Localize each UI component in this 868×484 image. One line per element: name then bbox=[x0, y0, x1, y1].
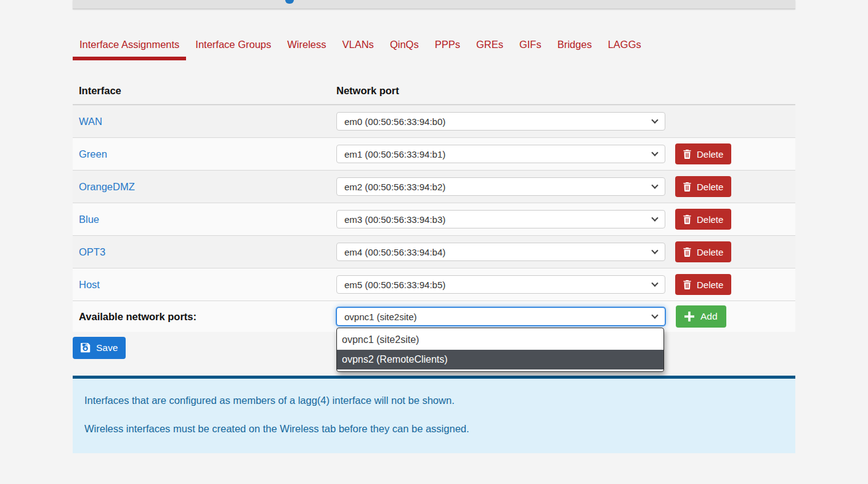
delete-button-orangedmz[interactable]: Delete bbox=[675, 176, 731, 197]
tab-gifs[interactable]: GIFs bbox=[513, 39, 548, 60]
interface-link-host[interactable]: Host bbox=[79, 279, 100, 290]
save-button[interactable]: Save bbox=[73, 337, 126, 359]
network-port-select-green[interactable]: em1 (00:50:56:33:94:b1) bbox=[336, 145, 665, 163]
trash-icon bbox=[683, 150, 691, 159]
alert-line-wireless: Wireless interfaces must be created on t… bbox=[84, 423, 784, 435]
interface-assignments-table: Interface Network port WAN em0 (00:50:56… bbox=[73, 85, 795, 332]
network-port-select-wan[interactable]: em0 (00:50:56:33:94:b0) bbox=[336, 112, 665, 131]
interfaces-tab-bar: Interface Assignments Interface Groups W… bbox=[73, 39, 795, 60]
column-header-interface: Interface bbox=[79, 85, 336, 97]
add-button-label: Add bbox=[700, 311, 718, 322]
table-row-opt3: OPT3 em4 (00:50:56:33:94:b4) Delete bbox=[73, 236, 795, 268]
delete-button-label: Delete bbox=[697, 280, 723, 290]
dropdown-option-ovpns2[interactable]: ovpns2 (RemoteClients) bbox=[337, 350, 663, 369]
available-ports-select[interactable]: ovpnc1 (site2site) bbox=[336, 307, 665, 326]
delete-button-label: Delete bbox=[697, 247, 723, 257]
info-alert: Interfaces that are configured as member… bbox=[73, 376, 795, 453]
table-header-row: Interface Network port bbox=[73, 85, 795, 105]
tab-gres[interactable]: GREs bbox=[469, 39, 510, 60]
interface-link-green[interactable]: Green bbox=[79, 148, 107, 159]
tab-ppps[interactable]: PPPs bbox=[428, 39, 467, 60]
network-port-select-orangedmz[interactable]: em2 (00:50:56:33:94:b2) bbox=[336, 177, 665, 196]
table-row-wan: WAN em0 (00:50:56:33:94:b0) bbox=[73, 105, 795, 138]
page-content: Interface Assignments Interface Groups W… bbox=[73, 0, 795, 453]
network-port-select-opt3[interactable]: em4 (00:50:56:33:94:b4) bbox=[336, 243, 665, 261]
tab-qinqs[interactable]: QinQs bbox=[383, 39, 426, 60]
interface-link-opt3[interactable]: OPT3 bbox=[79, 246, 105, 257]
delete-button-blue[interactable]: Delete bbox=[675, 209, 731, 230]
table-row-blue: Blue em3 (00:50:56:33:94:b3) Delete bbox=[73, 203, 795, 236]
tab-interface-groups[interactable]: Interface Groups bbox=[189, 39, 278, 60]
interface-link-wan[interactable]: WAN bbox=[79, 116, 102, 127]
tab-wireless[interactable]: Wireless bbox=[280, 39, 333, 60]
plus-icon bbox=[684, 312, 694, 321]
alert-line-lagg: Interfaces that are configured as member… bbox=[84, 395, 784, 406]
dropdown-option-ovpnc1[interactable]: ovpnc1 (site2site) bbox=[337, 330, 663, 350]
delete-button-label: Delete bbox=[697, 149, 723, 159]
interface-link-blue[interactable]: Blue bbox=[79, 214, 99, 225]
save-button-label: Save bbox=[96, 342, 118, 353]
tab-bridges[interactable]: Bridges bbox=[551, 39, 599, 60]
delete-button-label: Delete bbox=[697, 214, 723, 225]
trash-icon bbox=[683, 215, 691, 224]
interface-link-orangedmz[interactable]: OrangeDMZ bbox=[79, 181, 135, 192]
available-ports-dropdown: ovpnc1 (site2site) ovpns2 (RemoteClients… bbox=[336, 328, 664, 372]
clipped-blue-element bbox=[285, 0, 294, 4]
delete-button-host[interactable]: Delete bbox=[675, 274, 731, 295]
network-port-select-host[interactable]: em5 (00:50:56:33:94:b5) bbox=[336, 275, 665, 294]
table-row-orangedmz: OrangeDMZ em2 (00:50:56:33:94:b2) Delete bbox=[73, 171, 795, 203]
tab-interface-assignments[interactable]: Interface Assignments bbox=[73, 39, 186, 60]
delete-button-opt3[interactable]: Delete bbox=[675, 241, 731, 262]
trash-icon bbox=[683, 182, 691, 192]
available-ports-row: Available network ports: ovpnc1 (site2si… bbox=[73, 301, 795, 332]
network-port-select-blue[interactable]: em3 (00:50:56:33:94:b3) bbox=[336, 210, 665, 228]
tab-vlans[interactable]: VLANs bbox=[336, 39, 381, 60]
delete-button-label: Delete bbox=[697, 182, 723, 192]
trash-icon bbox=[683, 280, 691, 289]
add-button[interactable]: Add bbox=[676, 305, 726, 328]
available-ports-label: Available network ports: bbox=[79, 311, 336, 323]
table-row-green: Green em1 (00:50:56:33:94:b1) Delete bbox=[73, 138, 795, 171]
clipped-top-panel bbox=[73, 0, 795, 9]
tab-laggs[interactable]: LAGGs bbox=[601, 39, 648, 60]
table-row-host: Host em5 (00:50:56:33:94:b5) Delete bbox=[73, 268, 795, 301]
save-icon bbox=[81, 343, 91, 353]
column-header-network-port: Network port bbox=[336, 85, 795, 97]
delete-button-green[interactable]: Delete bbox=[675, 143, 731, 164]
trash-icon bbox=[683, 248, 691, 257]
